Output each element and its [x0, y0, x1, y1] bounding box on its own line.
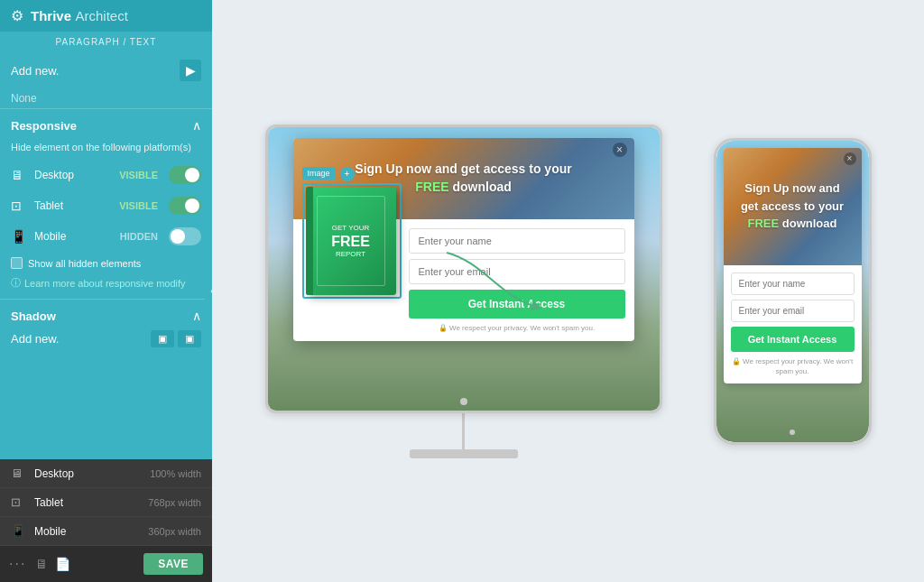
device-desktop-width: 100% width [150, 468, 201, 479]
toolbar-file-icon[interactable]: 📄 [55, 557, 70, 571]
tablet-label: Tablet [34, 199, 114, 212]
phone-email-input[interactable] [731, 300, 855, 322]
phone-privacy: 🔒 We respect your privacy. We won't spam… [731, 356, 855, 376]
responsive-section-header: Responsive ∧ [0, 109, 212, 138]
device-tablet-name: Tablet [34, 496, 141, 509]
shadow-btn-2[interactable]: ▣ [178, 330, 201, 347]
phone-popup-body: Get Instant Access 🔒 We respect your pri… [724, 265, 862, 383]
monitor-stand [462, 413, 465, 449]
add-new-button[interactable]: ▶ [180, 60, 201, 81]
toolbar-monitor-icon[interactable]: 🖥 [35, 557, 48, 571]
device-item-mobile[interactable]: 📱 Mobile 360px width [0, 517, 212, 546]
device-mobile-icon: 📱 [11, 524, 27, 538]
responsive-desc: Hide element on the following platform(s… [0, 138, 212, 160]
shadow-add-row: Add new. ▣ ▣ [11, 330, 201, 347]
shadow-header: Shadow ∧ [11, 309, 201, 323]
desktop-label: Desktop [34, 169, 114, 181]
toolbar-dots[interactable]: ··· [9, 556, 26, 572]
none-row: None [0, 88, 212, 108]
tablet-toggle-row: ⊡ Tablet VISIBLE ‹ [0, 190, 212, 221]
responsive-title: Responsive [11, 119, 77, 133]
mobile-icon: 📱 [11, 229, 29, 244]
show-hidden-checkbox[interactable] [11, 257, 23, 269]
device-mobile-name: Mobile [34, 525, 141, 538]
shadow-add-label: Add new. [11, 332, 60, 346]
monitor-base [410, 449, 518, 458]
show-hidden-row: Show all hidden elements [0, 252, 212, 274]
monitor-dot [460, 398, 467, 405]
show-hidden-label: Show all hidden elements [28, 258, 141, 269]
learn-more-link[interactable]: ⓘ Learn more about responsive modify [0, 274, 212, 299]
responsive-collapse-icon[interactable]: ∧ [192, 118, 201, 133]
device-desktop-icon: 🖥 [11, 467, 27, 480]
phone-name-input[interactable] [731, 273, 855, 295]
device-tablet-width: 768px width [148, 497, 201, 508]
phone-popup-bg: Sign Up now and get access to your FREE … [724, 148, 862, 265]
shadow-collapse-icon[interactable]: ∧ [192, 309, 201, 323]
phone-cta-button[interactable]: Get Instant Access [731, 327, 855, 352]
desktop-toggle[interactable] [169, 166, 201, 184]
shadow-section: Shadow ∧ Add new. ▣ ▣ [0, 300, 212, 355]
tablet-icon: ⊡ [11, 199, 29, 213]
bottom-bar: 🖥 Desktop 100% width ⊡ Tablet 768px widt… [0, 459, 212, 582]
phone-screen: Sign Up now and get access to your FREE … [716, 141, 869, 442]
shadow-buttons: ▣ ▣ [151, 330, 201, 347]
tablet-status: VISIBLE [119, 200, 158, 211]
left-panel: ⚙ Thrive Architect PARAGRAPH / TEXT Add … [0, 0, 212, 582]
book-image: GET YOUR FREE REPORT [306, 187, 396, 295]
device-list: 🖥 Desktop 100% width ⊡ Tablet 768px widt… [0, 459, 212, 546]
device-item-tablet[interactable]: ⊡ Tablet 768px width [0, 488, 212, 517]
image-label: Image [302, 167, 336, 180]
phone-popup: Sign Up now and get access to your FREE … [724, 148, 862, 383]
device-desktop-name: Desktop [34, 467, 143, 480]
panel-title: Thrive Architect [31, 8, 128, 24]
shadow-title: Shadow [11, 309, 56, 323]
mobile-phone: Sign Up now and get access to your FREE … [714, 138, 872, 445]
book-wrap: Image + GET YOUR FREE REPORT [302, 183, 402, 299]
phone-wrap: Sign Up now and get access to your FREE … [714, 138, 872, 445]
device-tablet-icon: ⊡ [11, 495, 27, 509]
toolbar-icons: 🖥 📄 [35, 557, 70, 571]
popup-name-input[interactable] [409, 228, 625, 254]
phone-popup-title: Sign Up now and get access to your FREE … [730, 180, 855, 233]
desktop-toggle-row: 🖥 Desktop VISIBLE [0, 160, 212, 190]
add-new-row: Add new. ▶ [0, 52, 212, 88]
green-arrow [447, 253, 555, 325]
main-content: Sign Up now and get access to your FREE … [212, 0, 924, 582]
gear-icon: ⚙ [11, 7, 23, 24]
panel-header: ⚙ Thrive Architect [0, 0, 212, 32]
phone-close-button[interactable]: × [844, 152, 856, 165]
book-image-border: GET YOUR FREE REPORT [302, 183, 402, 299]
desktop-status: VISIBLE [119, 170, 158, 180]
mobile-label: Mobile [34, 230, 115, 243]
device-mobile-width: 360px width [148, 526, 201, 537]
panel-subtitle: PARAGRAPH / TEXT [0, 32, 212, 52]
save-button[interactable]: SAVE [143, 553, 203, 575]
mobile-status: HIDDEN [120, 231, 158, 242]
shadow-btn-1[interactable]: ▣ [151, 330, 174, 347]
phone-dot [790, 430, 795, 435]
info-icon: ⓘ [11, 276, 21, 290]
device-item-desktop[interactable]: 🖥 Desktop 100% width [0, 459, 212, 488]
toolbar-bar: ··· 🖥 📄 SAVE [0, 546, 212, 582]
desktop-icon: 🖥 [11, 168, 29, 182]
mobile-toggle[interactable] [169, 227, 201, 245]
image-add-button[interactable]: + [340, 167, 355, 181]
add-new-label: Add new. [11, 64, 60, 78]
tablet-toggle[interactable] [169, 197, 201, 215]
popup-close-button[interactable]: × [613, 143, 627, 157]
mobile-toggle-row: 📱 Mobile HIDDEN [0, 221, 212, 252]
